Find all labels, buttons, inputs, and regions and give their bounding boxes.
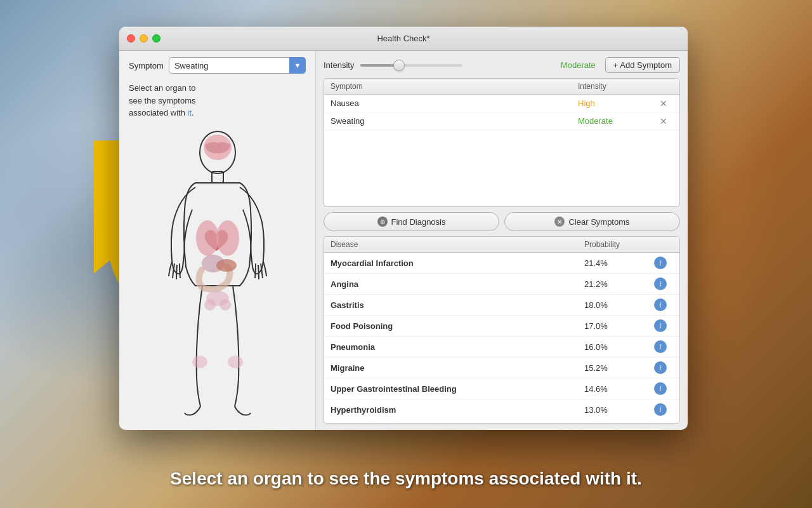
disease-name: Hyperthyroidism	[331, 405, 584, 415]
diagnosis-row: Myocardial Infarction 21.4% i	[324, 253, 679, 274]
disease-name: Pneumonia	[331, 342, 584, 352]
info-button[interactable]: i	[654, 340, 667, 353]
diagnosis-row: Gastritis 18.0% i	[324, 295, 679, 316]
clear-symptoms-button[interactable]: ✕ Clear Symptoms	[504, 212, 680, 231]
diagnosis-rows: Myocardial Infarction 21.4% i Angina 21.…	[324, 253, 679, 423]
search-icon: ⊕	[377, 217, 388, 227]
find-diagnosis-label: Find Diagnosis	[391, 217, 446, 227]
info-button[interactable]: i	[654, 382, 667, 395]
clear-symptoms-label: Clear Symptoms	[568, 217, 629, 227]
probability-value: 18.0%	[584, 300, 648, 310]
right-panel: Intensity Moderate + Add Symptom Symptom…	[316, 51, 688, 430]
intensity-value: Moderate	[561, 60, 599, 70]
diagnosis-row: Food Poisoning 17.0% i	[324, 316, 679, 337]
probability-value: 21.4%	[584, 258, 648, 268]
symptom-cell-nausea: Nausea	[331, 98, 578, 108]
diagnosis-table-header: Disease Probability	[324, 237, 679, 253]
instruction-text: Select an organ tosee the symptomsassoci…	[119, 79, 206, 123]
titlebar: Health Check*	[119, 27, 688, 51]
intensity-row: Intensity Moderate + Add Symptom	[324, 57, 680, 73]
svg-point-7	[216, 259, 237, 272]
probability-value: 17.0%	[584, 321, 648, 331]
symptoms-table-header: Symptom Intensity	[324, 79, 679, 95]
svg-point-12	[228, 356, 243, 368]
add-symptom-button[interactable]: + Add Symptom	[605, 57, 680, 73]
probability-value: 13.0%	[584, 405, 648, 415]
probability-value: 14.6%	[584, 384, 648, 394]
info-button[interactable]: i	[654, 403, 667, 416]
table-row: Nausea High ✕	[324, 95, 679, 112]
intensity-slider-track	[360, 64, 462, 67]
symptom-label: Symptom	[129, 61, 164, 70]
svg-point-4	[196, 220, 219, 256]
traffic-lights	[127, 34, 160, 43]
disease-name: Gastritis	[331, 300, 584, 310]
remove-sweating-button[interactable]: ✕	[660, 117, 667, 126]
probability-value: 15.2%	[584, 363, 648, 373]
info-button[interactable]: i	[654, 319, 667, 332]
empty-symptoms-area	[324, 130, 679, 206]
svg-point-10	[219, 299, 231, 311]
remove-nausea-cell: ✕	[654, 99, 673, 108]
intensity-label: Intensity	[324, 60, 354, 70]
find-diagnosis-button[interactable]: ⊕ Find Diagnosis	[324, 212, 499, 231]
intensity-slider-thumb[interactable]	[393, 60, 405, 71]
info-cell: i	[648, 257, 673, 269]
info-cell: i	[648, 361, 673, 374]
intensity-slider-container	[360, 64, 554, 67]
body-figure	[141, 123, 294, 431]
info-cell: i	[648, 277, 673, 290]
symptoms-table: Symptom Intensity Nausea High ✕ Sweating…	[324, 78, 680, 207]
info-cell: i	[648, 382, 673, 395]
symptom-selector-row: Symptom Sweating Nausea Fever ▼	[119, 57, 315, 74]
info-button[interactable]: i	[654, 257, 667, 269]
instruction-link[interactable]: it	[188, 108, 192, 117]
info-button[interactable]: i	[654, 277, 667, 290]
info-cell: i	[648, 319, 673, 332]
disease-name: Food Poisoning	[331, 321, 584, 331]
th-symptom: Symptom	[331, 82, 578, 91]
svg-point-5	[216, 220, 239, 256]
info-cell: i	[648, 403, 673, 416]
info-button[interactable]: i	[654, 361, 667, 374]
maximize-button[interactable]	[152, 34, 160, 43]
probability-value: 21.2%	[584, 279, 648, 289]
bottom-instruction-text: Select an organ to see the symptoms asso…	[170, 469, 642, 489]
symptom-select-wrapper: Sweating Nausea Fever ▼	[169, 57, 306, 74]
left-panel: Symptom Sweating Nausea Fever ▼ Select a…	[119, 51, 316, 430]
close-button[interactable]	[127, 34, 135, 43]
diagnosis-section: Disease Probability Myocardial Infarctio…	[324, 236, 680, 424]
info-button[interactable]: i	[654, 298, 667, 311]
svg-point-11	[192, 356, 207, 368]
disease-name: Angina	[331, 279, 584, 289]
minimize-button[interactable]	[140, 34, 148, 43]
table-row: Sweating Moderate ✕	[324, 112, 679, 130]
remove-nausea-button[interactable]: ✕	[660, 99, 667, 108]
info-cell: i	[648, 340, 673, 353]
th-actions	[654, 82, 673, 91]
clear-icon: ✕	[554, 217, 565, 227]
th-intensity: Intensity	[578, 82, 654, 91]
disease-name: Migraine	[331, 363, 584, 373]
th-probability: Probability	[584, 240, 648, 249]
th-info	[648, 240, 673, 249]
symptom-select[interactable]: Sweating Nausea Fever	[169, 57, 306, 74]
diagnosis-row: Migraine 15.2% i	[324, 358, 679, 378]
human-body-svg[interactable]	[141, 127, 294, 419]
main-window: Health Check* Symptom Sweating Nausea Fe…	[119, 27, 688, 430]
action-buttons-row: ⊕ Find Diagnosis ✕ Clear Symptoms	[324, 212, 680, 231]
window-title: Health Check*	[377, 34, 429, 43]
disease-name: Upper Gastrointestinal Bleeding	[331, 384, 584, 394]
diagnosis-row: Hyperthyroidism 13.0% i	[324, 399, 679, 420]
remove-sweating-cell: ✕	[654, 117, 673, 126]
intensity-cell-sweating: Moderate	[578, 116, 654, 126]
info-cell: i	[648, 298, 673, 311]
th-disease: Disease	[331, 240, 584, 249]
disease-name: Myocardial Infarction	[331, 258, 584, 268]
symptom-cell-sweating: Sweating	[331, 116, 578, 126]
diagnosis-row: Upper Gastrointestinal Bleeding 14.6% i	[324, 378, 679, 399]
diagnosis-row: Angina 21.2% i	[324, 274, 679, 295]
window-content: Symptom Sweating Nausea Fever ▼ Select a…	[119, 51, 688, 430]
probability-value: 16.0%	[584, 342, 648, 352]
intensity-cell-nausea: High	[578, 98, 654, 108]
